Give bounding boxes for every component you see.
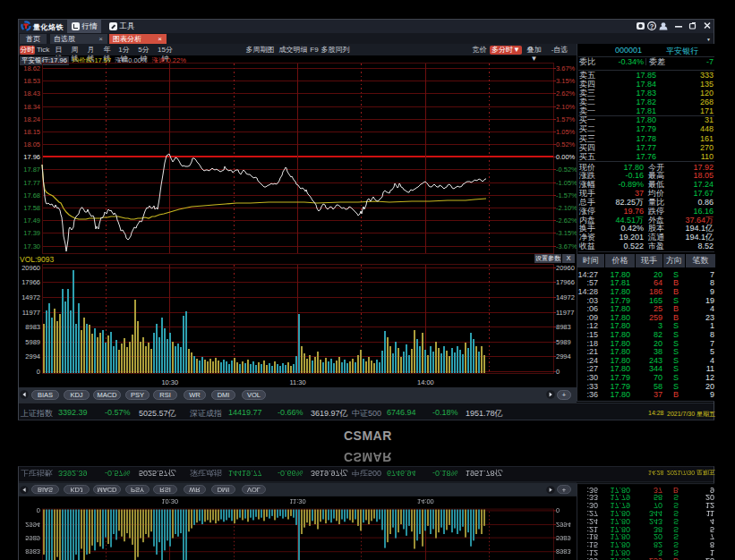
svg-text:2.62%: 2.62% [556,89,576,98]
svg-text:1.57%: 1.57% [556,115,576,123]
svg-text:2994: 2994 [556,521,571,529]
svg-text:17.96: 17.96 [23,153,40,161]
svg-text:1.05%: 1.05% [556,128,576,136]
svg-text:17966: 17966 [556,278,575,286]
svg-text:11:30: 11:30 [289,497,305,505]
svg-text:2994: 2994 [25,352,40,361]
svg-text:0.00%: 0.00% [556,153,576,161]
svg-text:14:00: 14:00 [417,497,434,505]
svg-text:2.10%: 2.10% [556,103,576,111]
svg-text:14972: 14972 [21,293,40,301]
svg-text:3.15%: 3.15% [556,77,576,85]
svg-text:5989: 5989 [25,338,40,346]
svg-text:-3.15%: -3.15% [556,229,577,237]
svg-text:18.34: 18.34 [23,103,40,111]
svg-text:14972: 14972 [556,293,575,301]
svg-text:2994: 2994 [25,521,40,529]
svg-text:11977: 11977 [22,309,40,317]
svg-text:11:30: 11:30 [289,378,305,386]
svg-text:-2.62%: -2.62% [556,216,577,225]
svg-text:18.05: 18.05 [23,140,40,148]
svg-text:8983: 8983 [556,547,571,556]
svg-text:18.43: 18.43 [23,89,40,98]
svg-text:-1.05%: -1.05% [556,179,577,187]
svg-text:17.39: 17.39 [23,229,40,237]
svg-text:17.77: 17.77 [23,179,40,187]
svg-text:11977: 11977 [556,309,574,317]
svg-text:8983: 8983 [556,323,571,331]
svg-text:18.62: 18.62 [23,64,40,72]
svg-text:17.58: 17.58 [23,204,40,212]
svg-text:8983: 8983 [25,323,40,331]
svg-text:18.53: 18.53 [23,77,40,85]
svg-text:VOL:9093: VOL:9093 [20,255,55,264]
svg-text:17966: 17966 [21,278,40,286]
svg-text:0: 0 [37,506,40,514]
svg-text:17.68: 17.68 [23,191,40,199]
svg-text:17.30: 17.30 [23,242,40,250]
svg-text:18.15: 18.15 [23,128,40,136]
svg-text:0: 0 [37,368,40,376]
svg-text:18.24: 18.24 [23,115,40,123]
svg-text:20960: 20960 [21,264,40,272]
svg-text:17.49: 17.49 [23,216,40,225]
svg-text:17.87: 17.87 [23,165,40,174]
svg-text:-1.57%: -1.57% [556,191,577,199]
svg-text:-0.52%: -0.52% [556,165,577,174]
svg-text:5989: 5989 [556,338,571,346]
svg-text:5989: 5989 [25,534,40,542]
svg-text:0: 0 [556,506,560,514]
svg-text:3.67%: 3.67% [556,64,576,72]
svg-text:8983: 8983 [25,547,40,556]
svg-text:10:30: 10:30 [161,497,178,505]
svg-text:5989: 5989 [556,534,571,542]
svg-text:14:00: 14:00 [417,378,434,386]
svg-text:?: ? [650,22,654,30]
svg-text:10:30: 10:30 [161,378,178,386]
svg-text:2994: 2994 [556,352,571,361]
svg-text:0: 0 [556,368,560,376]
svg-text:-3.67%: -3.67% [556,242,577,250]
svg-text:0.52%: 0.52% [556,140,576,148]
svg-text:-2.10%: -2.10% [556,204,577,212]
svg-text:20960: 20960 [556,264,575,272]
